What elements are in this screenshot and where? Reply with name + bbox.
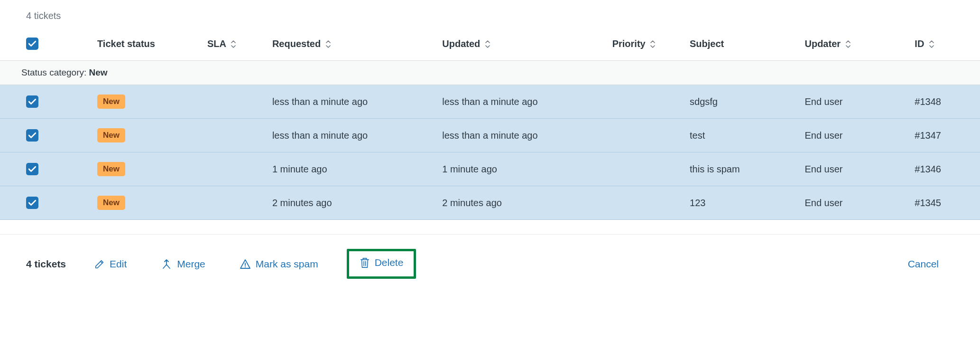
row-checkbox[interactable] [26,163,38,175]
column-label: Requested [272,38,321,49]
svg-point-1 [245,266,246,267]
cell-subject: test [685,119,800,152]
row-checkbox-cell [0,85,92,119]
pencil-icon [94,259,105,269]
sort-icon [845,40,851,48]
cancel-button[interactable]: Cancel [902,255,944,274]
cell-id: #1345 [910,186,980,220]
status-badge: New [97,128,125,142]
status-badge: New [97,196,125,210]
column-label: Updater [804,38,841,49]
table-row[interactable]: Newless than a minute agoless than a min… [0,85,980,119]
merge-button[interactable]: Merge [155,255,211,274]
table-header-row: Ticket status SLA Requested Updated [0,30,980,61]
check-icon [28,41,36,47]
group-label: Status category: [21,67,89,77]
row-checkbox[interactable] [26,129,38,142]
cell-subject: 123 [685,186,800,220]
check-icon [28,99,36,104]
cell-status: New [92,152,203,186]
column-header-id[interactable]: ID [910,30,980,61]
button-label: Mark as spam [256,258,318,270]
cell-id: #1346 [910,152,980,186]
cell-sla [203,85,268,119]
cell-updated: less than a minute ago [437,85,607,119]
row-checkbox-cell [0,119,92,152]
cell-status: New [92,119,203,152]
column-header-status[interactable]: Ticket status [92,30,203,61]
sort-icon [929,40,934,48]
sort-icon [231,40,236,48]
merge-icon [161,258,172,270]
button-label: Delete [375,257,404,268]
cell-updater: End user [800,119,910,152]
table-row[interactable]: New2 minutes ago2 minutes ago123End user… [0,186,980,220]
cell-id: #1348 [910,85,980,119]
cell-priority [608,152,685,186]
table-row[interactable]: New1 minute ago1 minute agothis is spamE… [0,152,980,186]
cell-priority [608,85,685,119]
column-label: SLA [207,38,226,49]
trash-icon [360,257,370,268]
row-checkbox-cell [0,186,92,220]
column-header-requested[interactable]: Requested [268,30,437,61]
edit-button[interactable]: Edit [89,255,132,274]
sort-icon [325,40,331,48]
delete-highlight-box: Delete [347,249,416,279]
tickets-table: Ticket status SLA Requested Updated [0,30,980,220]
check-icon [28,133,36,138]
cell-updater: End user [800,152,910,186]
cell-sla [203,119,268,152]
cell-updated: 2 minutes ago [437,186,607,220]
action-bar-wrapper: 4 tickets Edit Merge Mark as [0,234,980,284]
row-checkbox[interactable] [26,197,38,209]
cell-updater: End user [800,85,910,119]
cell-priority [608,186,685,220]
group-value: New [89,67,108,77]
cell-requested: less than a minute ago [268,85,437,119]
cell-status: New [92,85,203,119]
button-label: Edit [110,258,127,270]
column-label: Subject [690,38,724,49]
column-header-updater[interactable]: Updater [800,30,910,61]
cell-requested: 2 minutes ago [268,186,437,220]
column-header-sla[interactable]: SLA [203,30,268,61]
cell-updater: End user [800,186,910,220]
column-label: ID [915,38,924,49]
column-header-priority[interactable]: Priority [608,30,685,61]
column-label: Updated [442,38,480,49]
row-checkbox[interactable] [26,95,38,108]
check-icon [28,166,36,172]
row-checkbox-cell [0,152,92,186]
check-icon [28,200,36,206]
column-label: Ticket status [97,38,155,49]
header-checkbox-cell [0,30,92,61]
cell-sla [203,186,268,220]
delete-button[interactable]: Delete [360,257,404,268]
mark-spam-button[interactable]: Mark as spam [234,255,324,274]
cell-updated: 1 minute ago [437,152,607,186]
group-header-row: Status category: New [0,61,980,85]
cell-subject: this is spam [685,152,800,186]
ticket-count: 4 tickets [0,0,980,30]
cell-status: New [92,186,203,220]
column-label: Priority [612,38,646,49]
action-bar: 4 tickets Edit Merge Mark as [0,235,980,284]
status-badge: New [97,95,125,109]
button-label: Merge [177,258,205,270]
cell-id: #1347 [910,119,980,152]
warning-icon [240,258,251,270]
cell-priority [608,119,685,152]
cell-sla [203,152,268,186]
selected-count: 4 tickets [26,258,66,270]
sort-icon [485,40,490,48]
table-row[interactable]: Newless than a minute agoless than a min… [0,119,980,152]
column-header-updated[interactable]: Updated [437,30,607,61]
select-all-checkbox[interactable] [26,38,38,50]
status-badge: New [97,162,125,176]
sort-icon [650,40,656,48]
column-header-subject[interactable]: Subject [685,30,800,61]
cell-requested: less than a minute ago [268,119,437,152]
cell-subject: sdgsfg [685,85,800,119]
cell-requested: 1 minute ago [268,152,437,186]
